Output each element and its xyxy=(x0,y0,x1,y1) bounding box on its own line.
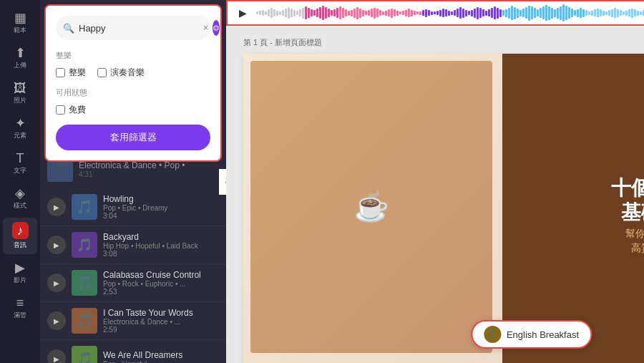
genre-checkboxes: 整樂 演奏音樂 xyxy=(56,67,210,79)
music-thumb: 🎵 xyxy=(72,346,97,363)
slide-subtitle: 幫你 5 分鐘產出高質感設計！ xyxy=(625,227,644,255)
music-thumb: 🎵 xyxy=(72,194,97,220)
sidebar-item-style[interactable]: ◈ 樣式 xyxy=(3,183,37,215)
sidebar-item-template[interactable]: ▦ 範本 xyxy=(3,7,37,39)
play-button[interactable]: ▶ xyxy=(47,198,66,216)
apply-filter-button[interactable]: 套用篩選器 xyxy=(56,125,210,150)
genre-title: 整樂 xyxy=(56,50,210,61)
genre-checkbox-music[interactable]: 整樂 xyxy=(56,67,86,79)
sidebar-item-text[interactable]: T 文字 xyxy=(3,147,37,180)
list-item[interactable]: ▶ 🎵 Howling Pop • Epic • Dreamy 3:04 xyxy=(40,188,226,226)
waveform-bar: ▶ xyxy=(226,0,644,26)
upload-icon: ⬆ xyxy=(15,47,26,59)
music-meta: 4:31 xyxy=(79,170,219,178)
music-info: Calabasas Cruise Control Pop • Rock • Eu… xyxy=(103,270,219,296)
now-playing-badge[interactable]: 🎵 English Breakfast xyxy=(471,320,592,349)
music-info: Backyard Hip Hop • Hopeful • Laid Back 3… xyxy=(103,232,219,258)
list-item[interactable]: ▶ 🎵 I Can Taste Your Words Electronica &… xyxy=(40,302,226,340)
page1-label: 第 1 頁 - 新增頁面標題 xyxy=(243,37,644,48)
waveform-visual xyxy=(256,4,644,21)
sidebar: ▦ 範本 ⬆ 上傳 🖼 照片 ✦ 元素 T 文字 ◈ 樣式 ♪ 音訊 ▶ 影片 … xyxy=(0,0,40,363)
list-item[interactable]: ▶ 🎵 Calabasas Cruise Control Pop • Rock … xyxy=(40,264,226,302)
status-checkboxes: 免費 xyxy=(56,104,210,116)
now-playing-avatar: 🎵 xyxy=(484,326,501,343)
slide-coffee-image: ☕ xyxy=(250,61,492,353)
play-button[interactable]: ▶ xyxy=(47,311,66,330)
slide-title: 十個Canva基礎技巧 xyxy=(611,176,644,224)
filter-settings-icon[interactable]: ⚙ xyxy=(213,20,220,36)
music-meta: Electronica & Dance • ... xyxy=(103,318,219,326)
status-free-check[interactable] xyxy=(56,105,65,115)
sidebar-label-element: 元素 xyxy=(14,131,26,140)
play-button[interactable]: ▶ xyxy=(47,349,66,363)
music-info: I Can Taste Your Words Electronica & Dan… xyxy=(103,308,219,334)
sidebar-label-text: 文字 xyxy=(14,166,26,175)
sidebar-item-upload[interactable]: ⬆ 上傳 xyxy=(3,42,37,74)
clear-icon[interactable]: × xyxy=(203,23,208,33)
music-title: Howling xyxy=(103,194,219,204)
template-icon: ▦ xyxy=(14,11,26,24)
music-title: We Are All Dreamers xyxy=(103,350,219,360)
filter-search-row: 🔍 × ⚙ xyxy=(56,16,210,40)
waveform-play-button[interactable]: ▶ xyxy=(235,5,250,21)
music-meta: Pop • Hopeful • ... xyxy=(103,360,219,364)
music-thumb: 🎵 xyxy=(72,270,97,296)
filter-popup: 🔍 × ⚙ 整樂 整樂 演奏音樂 可用狀態 xyxy=(44,4,222,162)
music-duration: 3:08 xyxy=(103,250,219,258)
music-info: Electronica & Dance • Pop • 4:31 xyxy=(79,160,219,178)
list-item[interactable]: ▶ 🎵 We Are All Dreamers Pop • Hopeful • … xyxy=(40,340,226,363)
genre-music-check[interactable] xyxy=(56,68,65,77)
sidebar-item-more[interactable]: ≡ 滿管 xyxy=(3,292,37,324)
music-thumb: 🎵 xyxy=(72,232,97,258)
music-title: Calabasas Cruise Control xyxy=(103,270,219,280)
sidebar-item-photo[interactable]: 🖼 照片 xyxy=(3,77,37,110)
genre-section: 整樂 整樂 演奏音樂 xyxy=(56,50,210,79)
music-duration: 2:53 xyxy=(103,288,219,296)
sidebar-label-video: 影片 xyxy=(14,276,26,285)
genre-checkbox-performance[interactable]: 演奏音樂 xyxy=(97,67,145,79)
music-meta: Pop • Epic • Dreamy xyxy=(103,204,219,212)
sidebar-label-style: 樣式 xyxy=(14,201,26,210)
play-button[interactable]: ▶ xyxy=(47,236,66,254)
more-icon: ≡ xyxy=(16,296,24,309)
music-info: We Are All Dreamers Pop • Hopeful • ... xyxy=(103,350,219,364)
music-title: Backyard xyxy=(103,232,219,242)
list-item[interactable]: ▶ 🎵 Backyard Hip Hop • Hopeful • Laid Ba… xyxy=(40,226,226,264)
sidebar-label-upload: 上傳 xyxy=(14,61,26,70)
photo-icon: 🖼 xyxy=(14,82,26,95)
music-title: I Can Taste Your Words xyxy=(103,308,219,318)
search-input[interactable] xyxy=(79,23,199,34)
music-list: 🎵 Electronica & Dance • Pop • 4:31 ▶ 🎵 H… xyxy=(40,150,226,363)
sidebar-label-music: 音訊 xyxy=(14,241,26,250)
play-button[interactable]: ▶ xyxy=(47,274,66,292)
music-meta: Pop • Rock • Euphoric • ... xyxy=(103,280,219,288)
search-icon: 🔍 xyxy=(63,23,74,34)
music-panel: 🔍 × ⚙ 整樂 整樂 演奏音樂 可用狀態 xyxy=(40,0,226,363)
canvas-slide-1: ☕ 十個Canva基礎技巧 幫你 5 分鐘產出高質感設計！ Cɑnva xyxy=(243,54,644,363)
slide-content-1: ☕ 十個Canva基礎技巧 幫你 5 分鐘產出高質感設計！ Cɑnva xyxy=(243,54,644,363)
music-duration: 3:04 xyxy=(103,212,219,220)
element-icon: ✦ xyxy=(15,117,26,130)
now-playing-label: English Breakfast xyxy=(507,329,579,340)
video-icon: ▶ xyxy=(15,261,25,274)
music-thumb: 🎵 xyxy=(72,308,97,334)
panel-collapse-arrow[interactable]: ‹ xyxy=(219,169,226,195)
sidebar-item-video[interactable]: ▶ 影片 xyxy=(3,257,37,289)
slide-brown-box: 十個Canva基礎技巧 幫你 5 分鐘產出高質感設計！ Cɑnva xyxy=(502,54,644,363)
status-checkbox-free[interactable]: 免費 xyxy=(56,104,86,116)
sidebar-label-template: 範本 xyxy=(14,26,26,35)
music-info: Howling Pop • Epic • Dreamy 3:04 xyxy=(103,194,219,220)
sidebar-item-element[interactable]: ✦ 元素 xyxy=(3,112,37,145)
music-icon: ♪ xyxy=(12,222,29,239)
sidebar-label-more: 滿管 xyxy=(14,311,26,320)
music-meta: Hip Hop • Hopeful • Laid Back xyxy=(103,242,219,250)
sidebar-label-photo: 照片 xyxy=(14,96,26,105)
main-area: ▶ 第 1 頁 - 新增頁面標題 ☕ 十個Canva基礎技巧 幫你 5 分鐘產出… xyxy=(226,0,644,363)
style-icon: ◈ xyxy=(15,187,25,200)
status-title: 可用狀態 xyxy=(56,87,210,98)
genre-performance-check[interactable] xyxy=(97,68,107,77)
sidebar-item-music[interactable]: ♪ 音訊 xyxy=(3,218,37,254)
text-icon: T xyxy=(16,152,24,165)
music-duration: 2:59 xyxy=(103,326,219,334)
canvas-area: 第 1 頁 - 新增頁面標題 ☕ 十個Canva基礎技巧 幫你 5 分鐘產出高質… xyxy=(226,26,644,363)
